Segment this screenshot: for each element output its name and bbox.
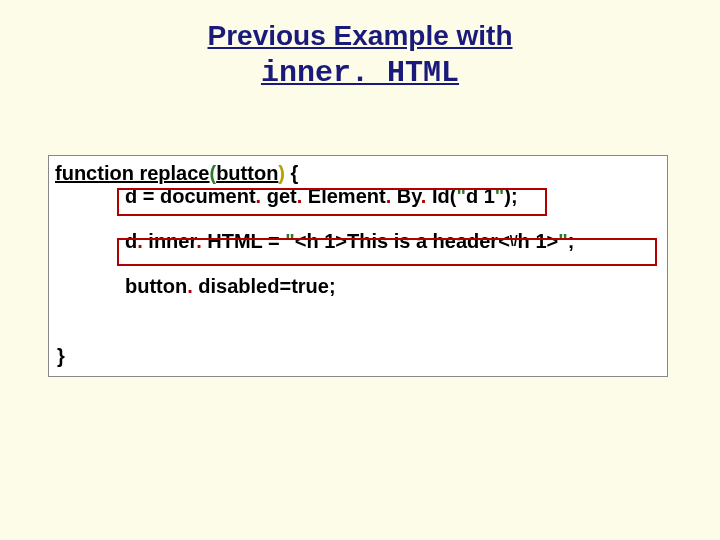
brace-open: { (285, 162, 298, 184)
code-line-2: d = document. get. Element. By. Id("d 1"… (55, 185, 659, 208)
title-line1: Previous Example with (208, 20, 513, 51)
code-line-4: button. disabled=true; (55, 275, 659, 298)
function-keyword: function replace (55, 162, 209, 184)
paren-close: ) (278, 162, 285, 184)
title-line2: inner. HTML (261, 56, 459, 90)
code-line-1: function replace(button) { (55, 162, 659, 185)
param: button (216, 162, 278, 184)
brace-close: } (57, 345, 65, 368)
code-box: function replace(button) { d = document.… (48, 155, 668, 377)
slide-title: Previous Example with inner. HTML (0, 0, 720, 93)
code-line-3: d. inner. HTML = "<h 1>This is a header<… (55, 230, 659, 253)
